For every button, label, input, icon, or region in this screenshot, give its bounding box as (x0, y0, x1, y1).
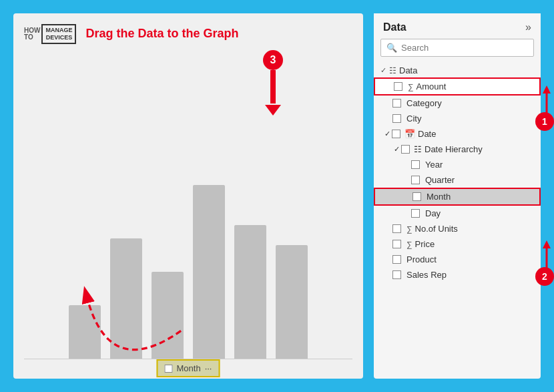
table-icon: ☷ (389, 66, 396, 75)
product-label: Product (406, 254, 437, 264)
bar-4 (193, 185, 225, 359)
tree-item-amount[interactable]: ∑ Amount (374, 77, 541, 95)
category-checkbox[interactable] (392, 99, 401, 108)
tree-item-month[interactable]: Month (374, 188, 541, 206)
salesrep-checkbox[interactable] (392, 270, 401, 279)
tree-item-quarter[interactable]: Quarter (374, 172, 541, 188)
calendar-icon: 📅 (404, 129, 415, 139)
amount-label: Amount (417, 81, 447, 91)
svg-marker-4 (543, 240, 551, 248)
hierarchy-label: Date Hierarchy (425, 144, 483, 154)
month-drop-target: Month ··· (157, 359, 220, 377)
tree-item-day[interactable]: Day (374, 206, 541, 221)
data-pane-title: Data (383, 21, 406, 33)
chart-x-axis: Month ··· (24, 359, 352, 379)
salesrep-label: Sales Rep (406, 270, 447, 280)
product-checkbox[interactable] (392, 255, 401, 264)
nounits-checkbox[interactable] (392, 224, 401, 233)
city-label: City (406, 114, 421, 124)
tree-item-category[interactable]: Category (374, 95, 541, 111)
chart-title: Drag the Data to the Graph (85, 27, 238, 41)
bar-1 (69, 305, 101, 359)
search-input[interactable] (401, 43, 528, 53)
month-drop-checkbox (165, 365, 173, 373)
tree-item-city[interactable]: City (374, 111, 541, 126)
month-checkbox[interactable] (412, 192, 421, 201)
price-checkbox[interactable] (392, 240, 401, 248)
date-chevron: ✓ (384, 130, 390, 138)
sigma-icon-amount: ∑ (408, 82, 414, 91)
data-tree: ✓ ☷ Data ∑ Amount Category City (374, 62, 541, 379)
nounits-label: No.of Units (415, 224, 458, 234)
chart-panel: HOWTO MANAGEDEVICES Drag the Data to the… (13, 13, 363, 379)
tree-item-year[interactable]: Year (374, 157, 541, 172)
search-box[interactable]: 🔍 (380, 39, 534, 57)
day-label: Day (425, 208, 441, 218)
month-label: Month (427, 192, 451, 202)
amount-checkbox[interactable] (394, 82, 402, 91)
sigma-icon-nounits: ∑ (406, 224, 412, 234)
quarter-checkbox[interactable] (411, 176, 420, 184)
quarter-label: Quarter (425, 175, 455, 185)
category-label: Category (406, 98, 442, 108)
arrow-to-month (542, 240, 551, 274)
month-drop-dots: ··· (205, 363, 212, 373)
tree-item-salesrep[interactable]: Sales Rep (374, 267, 541, 282)
tree-item-product[interactable]: Product (374, 252, 541, 267)
bar-6 (276, 245, 308, 359)
date-label: Date (418, 129, 436, 139)
bar-2 (110, 238, 142, 359)
chart-header: HOWTO MANAGEDEVICES Drag the Data to the… (24, 24, 352, 44)
date-checkbox[interactable] (392, 130, 400, 138)
year-label: Year (425, 160, 443, 170)
day-checkbox[interactable] (411, 209, 420, 218)
hierarchy-chevron: ✓ (394, 145, 400, 154)
root-chevron: ✓ (380, 66, 386, 75)
logo-manage: MANAGEDEVICES (41, 24, 76, 44)
logo-how: HOWTO (24, 27, 40, 41)
root-label: Data (399, 65, 417, 75)
svg-marker-2 (543, 85, 551, 93)
expand-button[interactable]: » (525, 21, 531, 33)
data-pane-header: Data » (374, 13, 541, 39)
sigma-icon-price: ∑ (406, 240, 412, 249)
arrow-to-amount (542, 85, 551, 119)
data-pane: Data » 🔍 ✓ ☷ Data ∑ Amount Categor (374, 13, 541, 379)
tree-date-group[interactable]: ✓ 📅 Date (374, 126, 541, 142)
tree-item-price[interactable]: ∑ Price (374, 236, 541, 252)
tree-root-data: ✓ ☷ Data (374, 63, 541, 77)
hierarchy-icon: ☷ (414, 144, 422, 154)
month-drop-label: Month (177, 363, 201, 373)
bar-3 (152, 272, 184, 359)
bar-5 (234, 225, 266, 359)
chart-area: Month ··· (24, 51, 352, 379)
tree-item-nounits[interactable]: ∑ No.of Units (374, 221, 541, 236)
year-checkbox[interactable] (411, 160, 420, 169)
main-container: HOWTO MANAGEDEVICES Drag the Data to the… (0, 0, 554, 392)
search-icon: 🔍 (386, 43, 397, 53)
tree-date-hierarchy[interactable]: ✓ ☷ Date Hierarchy (374, 142, 541, 157)
city-checkbox[interactable] (392, 114, 401, 123)
price-label: Price (415, 239, 435, 249)
logo: HOWTO MANAGEDEVICES (24, 24, 76, 44)
hierarchy-checkbox[interactable] (401, 145, 410, 154)
bars-container (24, 185, 352, 359)
